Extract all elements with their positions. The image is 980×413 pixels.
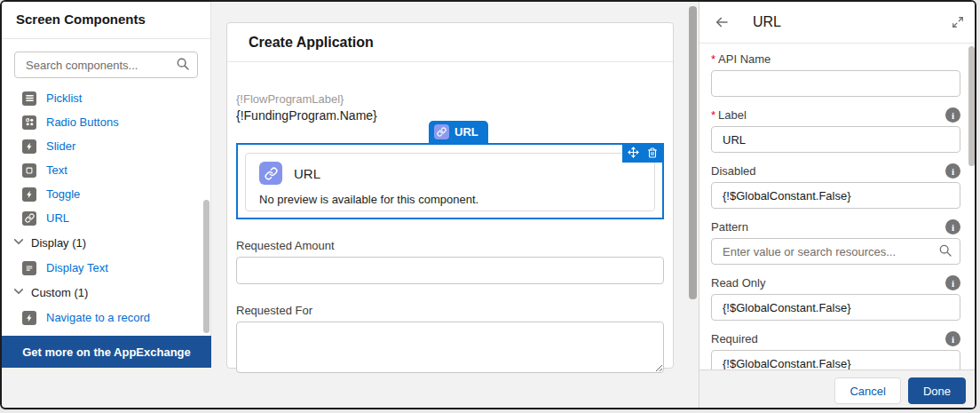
prop-label: Pattern xyxy=(711,220,748,234)
read-only-input[interactable] xyxy=(711,294,960,321)
expand-icon[interactable] xyxy=(952,16,964,28)
sidebar-item-label: Text xyxy=(46,163,67,177)
required-asterisk: * xyxy=(711,108,715,122)
api-name-input[interactable] xyxy=(711,70,960,97)
selected-url-component[interactable]: URL No preview is available for this com… xyxy=(236,143,664,219)
sidebar-item-slider[interactable]: Slider xyxy=(2,134,210,158)
url-icon xyxy=(22,211,36,226)
sidebar-item-navigate-to-a-record[interactable]: Navigate to a record xyxy=(2,306,210,330)
pattern-input[interactable] xyxy=(711,238,960,265)
move-icon[interactable] xyxy=(628,146,639,162)
prop-field-read-only: Read Only xyxy=(711,275,960,321)
picklist-icon xyxy=(22,91,36,106)
info-icon[interactable] xyxy=(945,331,960,346)
info-icon[interactable] xyxy=(945,219,960,234)
appexchange-banner[interactable]: Get more on the AppExchange xyxy=(2,336,211,368)
trash-icon[interactable] xyxy=(647,146,658,162)
properties-footer: Cancel Done xyxy=(699,369,976,409)
sidebar-scrollbar[interactable] xyxy=(203,200,209,333)
radio-buttons-icon xyxy=(22,115,36,130)
screen-components-panel: Screen Components Picklist Radio Buttons xyxy=(2,2,211,368)
url-component-icon xyxy=(259,162,282,185)
navigate-icon xyxy=(22,311,36,325)
sidebar-item-label: Display Text xyxy=(46,261,108,274)
sidebar-item-label: Navigate to a record xyxy=(46,311,150,324)
chevron-down-icon xyxy=(13,286,24,299)
sidebar-section-custom[interactable]: Custom (1) xyxy=(2,280,210,306)
cancel-button[interactable]: Cancel xyxy=(834,377,900,404)
url-properties-panel: URL * API Name * Label xyxy=(699,2,976,409)
prop-label: API Name xyxy=(718,52,771,66)
chevron-down-icon xyxy=(13,236,24,250)
flow-program-label-ref: {!FlowProgramLabel} xyxy=(236,92,664,106)
toggle-icon xyxy=(22,187,36,202)
sidebar-item-label: Slider xyxy=(46,139,75,153)
no-preview-message: No preview is available for this compone… xyxy=(259,193,641,206)
slider-icon xyxy=(22,139,36,154)
component-title: URL xyxy=(294,166,320,181)
sidebar-item-label: Radio Buttons xyxy=(46,115,119,129)
done-button[interactable]: Done xyxy=(908,377,966,404)
selected-component-badge[interactable]: URL xyxy=(429,121,488,143)
flow-screen-editor: Screen Components Picklist Radio Buttons xyxy=(0,0,976,409)
sidebar-section-display[interactable]: Display (1) xyxy=(2,230,210,256)
search-icon xyxy=(176,57,190,75)
requested-amount-input[interactable] xyxy=(236,257,664,284)
prop-label: Label xyxy=(718,108,747,122)
sidebar-section-label: Display (1) xyxy=(31,236,86,250)
properties-title: URL xyxy=(753,14,781,30)
back-arrow-icon[interactable] xyxy=(714,14,730,30)
field-label: Requested For xyxy=(236,304,664,317)
info-icon[interactable] xyxy=(945,275,960,290)
info-icon[interactable] xyxy=(945,107,960,123)
screen-title: Create Application xyxy=(227,23,673,62)
sidebar-section-label: Custom (1) xyxy=(31,286,88,299)
prop-field-disabled: Disabled xyxy=(711,163,960,209)
panel-title: Screen Components xyxy=(2,2,210,39)
badge-label: URL xyxy=(454,125,478,139)
label-input[interactable] xyxy=(711,126,960,153)
field-label: Requested Amount xyxy=(236,239,664,252)
prop-label: Read Only xyxy=(711,276,765,290)
disabled-input[interactable] xyxy=(711,182,960,209)
prop-field-pattern: Pattern xyxy=(711,219,960,265)
prop-label: Disabled xyxy=(711,164,756,178)
sidebar-item-text[interactable]: Text xyxy=(2,158,210,182)
prop-label: Required xyxy=(711,332,758,345)
canvas-field-requested-amount: Requested Amount xyxy=(236,239,664,284)
sidebar-item-toggle[interactable]: Toggle xyxy=(2,182,210,206)
properties-scrollbar[interactable] xyxy=(968,46,975,166)
text-icon xyxy=(22,163,36,178)
required-asterisk: * xyxy=(711,52,715,66)
sidebar-item-radio-buttons[interactable]: Radio Buttons xyxy=(2,110,210,134)
canvas-field-requested-for: Requested For xyxy=(236,304,664,377)
sidebar-item-label: Picklist xyxy=(46,91,82,105)
component-preview: URL No preview is available for this com… xyxy=(245,153,655,211)
component-list: Picklist Radio Buttons Slider Text xyxy=(2,86,210,330)
component-toolbar xyxy=(622,144,663,163)
requested-for-textarea[interactable] xyxy=(236,322,664,373)
link-icon xyxy=(434,124,449,139)
prop-field-api-name: * API Name xyxy=(711,52,960,97)
sidebar-item-picklist[interactable]: Picklist xyxy=(2,86,210,110)
sidebar-item-display-text[interactable]: Display Text xyxy=(2,256,210,280)
sidebar-item-label: URL xyxy=(46,211,69,225)
screen-preview-card: Create Application {!FlowProgramLabel} {… xyxy=(226,22,674,369)
screen-canvas: Create Application {!FlowProgramLabel} {… xyxy=(211,2,699,409)
sidebar-item-label: Toggle xyxy=(46,187,80,201)
search-icon xyxy=(938,243,952,261)
prop-field-label: * Label xyxy=(711,107,960,153)
canvas-scrollbar[interactable] xyxy=(689,6,697,299)
search-input[interactable] xyxy=(14,52,198,78)
display-text-icon xyxy=(22,261,36,275)
sidebar-item-url[interactable]: URL xyxy=(2,206,210,230)
info-icon[interactable] xyxy=(945,163,960,179)
